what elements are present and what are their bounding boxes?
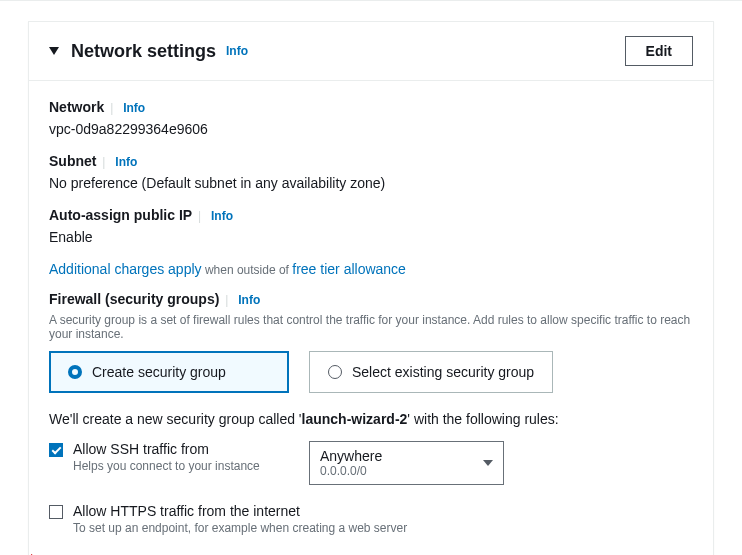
additional-charges-link[interactable]: Additional charges apply [49, 261, 202, 277]
subnet-label: Subnet [49, 153, 96, 169]
publicip-value: Enable [49, 229, 693, 245]
select-sg-radio[interactable]: Select existing security group [309, 351, 553, 393]
info-link-publicip[interactable]: Info [211, 209, 233, 223]
ssh-checkbox[interactable] [49, 443, 63, 457]
ssh-help: Helps you connect to your instance [73, 459, 289, 473]
info-link-subnet[interactable]: Info [115, 155, 137, 169]
network-label: Network [49, 99, 104, 115]
https-help: To set up an endpoint, for example when … [73, 521, 693, 535]
https-label: Allow HTTPS traffic from the internet [73, 503, 693, 519]
network-value: vpc-0d9a82299364e9606 [49, 121, 693, 137]
ssh-label: Allow SSH traffic from [73, 441, 289, 457]
network-settings-panel: Network settings Info Edit Network | Inf… [28, 21, 714, 555]
panel-body: Network | Info vpc-0d9a82299364e9606 Sub… [29, 81, 713, 555]
radio-icon [68, 365, 82, 379]
panel-header: Network settings Info Edit [29, 22, 713, 81]
highlight-arrow-icon [9, 551, 45, 555]
firewall-help: A security group is a set of firewall ru… [49, 313, 693, 341]
publicip-label: Auto-assign public IP [49, 207, 192, 223]
sg-create-text: We'll create a new security group called… [49, 411, 693, 427]
info-link-firewall[interactable]: Info [238, 293, 260, 307]
info-link-header[interactable]: Info [226, 44, 248, 58]
https-checkbox[interactable] [49, 505, 63, 519]
charges-text: Additional charges apply when outside of… [49, 261, 693, 277]
info-link-network[interactable]: Info [123, 101, 145, 115]
firewall-label: Firewall (security groups) [49, 291, 219, 307]
panel-title: Network settings [71, 41, 216, 62]
radio-icon [328, 365, 342, 379]
create-sg-radio[interactable]: Create security group [49, 351, 289, 393]
collapse-icon[interactable] [49, 47, 59, 55]
free-tier-link[interactable]: free tier allowance [292, 261, 406, 277]
chevron-down-icon [483, 460, 493, 466]
sg-radio-group: Create security group Select existing se… [49, 351, 693, 393]
ssh-source-dropdown[interactable]: Anywhere 0.0.0.0/0 [309, 441, 504, 485]
subnet-value: No preference (Default subnet in any ava… [49, 175, 693, 191]
edit-button[interactable]: Edit [625, 36, 693, 66]
